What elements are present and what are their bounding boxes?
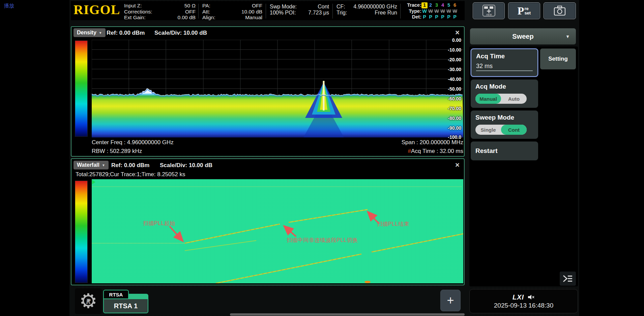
value: OFF (185, 9, 196, 15)
label: Ext Gain: (124, 14, 146, 21)
trace-4[interactable]: 4 (440, 2, 446, 8)
trace-5[interactable]: 5 (446, 2, 452, 8)
density-title: Density (77, 30, 96, 36)
trace-type-2[interactable]: W (428, 8, 434, 14)
trace-det-6[interactable]: P (452, 14, 458, 20)
status-group-sweep: Swp Mode:Cont 100% POI:7.723 μs (270, 4, 329, 15)
sweep-mode-toggle[interactable]: Single Cont (475, 125, 527, 135)
trace-det-2[interactable]: P (428, 14, 434, 20)
label: Align: (202, 14, 215, 21)
menu-expand-button[interactable] (560, 272, 576, 286)
waterfall-close-icon[interactable]: × (455, 162, 460, 168)
rigol-r-monogram: R (86, 297, 91, 306)
preset-button[interactable]: P reset (508, 2, 540, 19)
add-tab-button[interactable]: + (440, 290, 461, 311)
arrow-pll-start (170, 226, 182, 240)
waterfall-plot-area[interactable]: 扫描PLL起始 扫描中间非连续波段PLL切换 扫描PLL结束 (92, 179, 463, 283)
y-axis-label: -70.00 (418, 106, 461, 111)
waterfall-scale-div[interactable]: Scale/Div: 10.00 dB (160, 162, 212, 169)
sweep-mode-cont[interactable]: Cont (501, 125, 527, 135)
acq-time-label: Acq Time (476, 53, 533, 60)
sweep-mode-label: Sweep Mode (475, 114, 533, 121)
camera-icon (553, 5, 566, 17)
y-axis-label: 0.00 (418, 37, 461, 43)
label: CF: (336, 4, 345, 10)
player-progress-bar[interactable] (230, 313, 465, 316)
density-scale-div[interactable]: Scale/Div: 10.00 dB (154, 30, 207, 36)
y-axis-label: -40.00 (418, 76, 461, 82)
trace-1[interactable]: 1 (421, 2, 428, 8)
acq-mode-manual[interactable]: Manual (475, 94, 501, 104)
density-rbw: RBW : 502.289 kHz (92, 148, 142, 155)
menu-expand-icon (562, 275, 573, 282)
density-center-freq: Center Freq : 4.960000000 GHz (92, 139, 174, 146)
value: Free Run (375, 10, 397, 16)
system-menu-button[interactable]: ⚙ R (75, 288, 102, 314)
value: 4.960000000 GHz (353, 4, 397, 10)
menu-item-restart[interactable]: Restart (471, 141, 538, 160)
chevron-down-icon: ▼ (102, 163, 105, 167)
trace-type-5[interactable]: W (446, 8, 452, 14)
tab-setting-label: Setting (548, 56, 568, 62)
trace-det-4[interactable]: P (440, 14, 446, 20)
divider (266, 4, 266, 19)
acq-mode-toggle[interactable]: Manual Auto (475, 94, 527, 104)
trace-det-5[interactable]: P (446, 14, 452, 20)
density-ref-level[interactable]: Ref: 0.00 dBm (107, 30, 145, 36)
acq-time-input[interactable]: 32 ms (476, 63, 533, 71)
value: 10.00 dB (241, 9, 262, 15)
trace-2[interactable]: 2 (428, 2, 434, 8)
acq-mode-label: Acq Mode (475, 83, 533, 90)
annotation-pll-end: 扫描PLL结束 (377, 221, 409, 228)
sweep-mode-single[interactable]: Single (475, 125, 501, 135)
value: 0.00 dB (178, 14, 196, 21)
trace-det-1[interactable]: P (421, 14, 428, 20)
y-axis-label: -60.00 (418, 96, 461, 101)
top-status-bar: RIGOL Input Z:50 Ω Corrections:OFF Ext G… (71, 1, 465, 20)
waterfall-ref-level[interactable]: Ref: 0.00 dBm (111, 162, 149, 169)
app-tab-group: RTSA RTSA 1 (103, 290, 148, 313)
trace-6[interactable]: 6 (452, 2, 458, 8)
menu-item-acq-time[interactable]: Acq Time 32 ms (471, 49, 538, 77)
app-group-tab[interactable]: RTSA (103, 290, 129, 298)
sweep-menu-header[interactable]: Sweep ▼ (470, 28, 576, 44)
trace-type-4[interactable]: W (440, 8, 446, 14)
density-view-selector[interactable]: Density ▼ (74, 28, 106, 37)
trace-type-6[interactable]: W (452, 8, 458, 14)
trace-indicator-block[interactable]: Trace: 123456 Type: WWWWWW Det: PPPPPP (404, 2, 463, 20)
waterfall-colorbar (75, 181, 88, 283)
chevron-down-icon: ▼ (99, 31, 102, 35)
preset-icon: P reset (518, 5, 531, 17)
trace-3[interactable]: 3 (434, 2, 440, 8)
trace-type-1[interactable]: W (421, 8, 428, 14)
multi-view-button[interactable]: VIEW (473, 2, 505, 19)
app-tab-rtsa1[interactable]: RTSA 1 (103, 298, 148, 313)
density-plot-area[interactable]: 0.00 -10.00 -20.00 -30.00 -40.00 -50.00 … (92, 40, 463, 137)
system-status-box[interactable]: LXI 2025-09-13 16:48:30 (469, 289, 578, 313)
det-label: Det: (404, 14, 421, 20)
density-span: Span : 200.000000 MHz (328, 139, 463, 146)
waterfall-traces (92, 179, 463, 283)
divider (332, 4, 333, 19)
divider (198, 4, 199, 19)
trace-label: Trace: (404, 2, 421, 8)
density-spectrum (92, 40, 463, 137)
svg-text:VIEW: VIEW (486, 13, 492, 16)
acq-mode-auto[interactable]: Auto (501, 94, 527, 104)
trace-det-3[interactable]: P (434, 14, 440, 20)
tab-setting[interactable]: Setting (540, 49, 576, 69)
app-group-tab-label: RTSA (109, 292, 123, 297)
waterfall-view-selector[interactable]: Waterfall ▼ (74, 161, 109, 169)
value: Cont (318, 4, 329, 10)
value: Manual (245, 14, 262, 21)
waterfall-title: Waterfall (77, 162, 99, 168)
density-close-icon[interactable]: × (455, 29, 460, 36)
divider (400, 4, 401, 19)
status-group-cf: CF:4.960000000 GHz Trig:Free Run (336, 4, 397, 15)
system-datetime: 2025-09-13 16:48:30 (494, 302, 553, 309)
trace-type-3[interactable]: W (434, 8, 440, 14)
app-tab-rtsa1-label: RTSA 1 (114, 302, 138, 310)
status-group-pa: PA:OFF Att:10.00 dB Align:Manual (202, 3, 262, 21)
screenshot-button[interactable] (544, 2, 576, 19)
lxi-indicator: LXI (513, 293, 524, 301)
